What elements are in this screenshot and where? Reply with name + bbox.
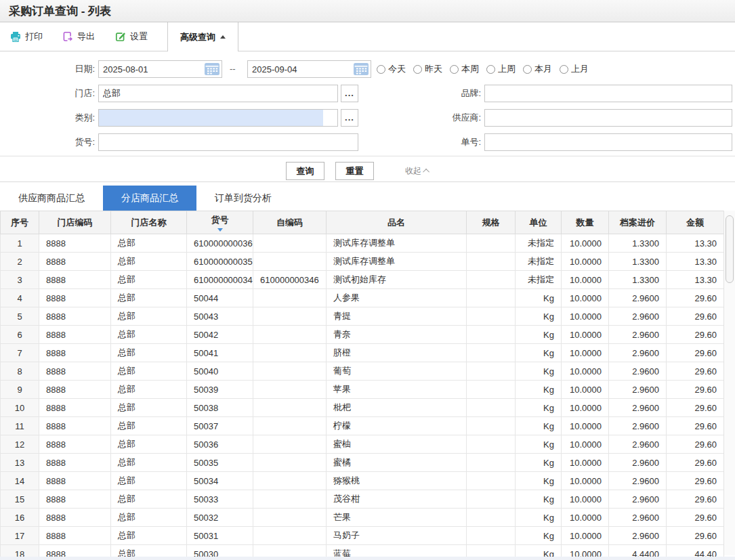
table-row[interactable]: 118888总部50037柠檬Kg10.00002.960029.60 (1, 417, 724, 435)
table-cell: 总部 (111, 454, 187, 472)
col-header-product-name[interactable]: 品名 (327, 211, 467, 234)
vertical-scrollbar[interactable] (723, 211, 735, 555)
table-row[interactable]: 108888总部50038枇杷Kg10.00002.960029.60 (1, 399, 724, 417)
date-to-input[interactable] (247, 60, 371, 78)
radio-this-month[interactable]: 本月 (523, 63, 552, 75)
table-row[interactable]: 128888总部50036蜜柚Kg10.00002.960029.60 (1, 435, 724, 454)
category-input[interactable] (98, 109, 338, 127)
calendar-icon[interactable] (354, 63, 369, 75)
table-row[interactable]: 38888总部6100000000346610000000346测试初始库存未指… (1, 271, 724, 289)
table-cell: 2.9600 (609, 289, 667, 307)
radio-icon (450, 65, 459, 74)
table-cell: 13.30 (667, 271, 724, 289)
col-header-qty[interactable]: 数量 (562, 211, 609, 234)
table-cell: 未指定 (516, 271, 562, 289)
table-cell: 8888 (39, 234, 111, 253)
col-header-store-name[interactable]: 门店名称 (111, 211, 187, 234)
table-cell: Kg (516, 399, 562, 417)
settings-button[interactable]: 设置 (105, 22, 158, 51)
store-label: 门店: (30, 85, 95, 102)
table-cell: 苹果 (327, 381, 467, 399)
radio-icon (377, 65, 385, 74)
table-row[interactable]: 148888总部50034猕猴桃Kg10.00002.960029.60 (1, 472, 724, 490)
calendar-icon[interactable] (205, 63, 219, 75)
radio-label: 本月 (534, 63, 552, 75)
table-cell: 2.9600 (609, 362, 667, 381)
radio-icon (523, 65, 532, 74)
table-row[interactable]: 178888总部50031马奶子Kg10.00002.960029.60 (1, 527, 724, 545)
table-row[interactable]: 28888总部6100000000353测试库存调整单未指定10.00001.3… (1, 253, 724, 271)
table-cell (253, 289, 327, 307)
horizontal-scrollbar[interactable] (0, 557, 735, 560)
radio-yesterday[interactable]: 昨天 (413, 63, 442, 75)
table-cell: 总部 (111, 381, 187, 399)
table-row[interactable]: 58888总部50043青提Kg10.00002.960029.60 (1, 307, 724, 326)
col-header-file-price[interactable]: 档案进价 (609, 211, 667, 234)
table-row[interactable]: 78888总部50041脐橙Kg10.00002.960029.60 (1, 344, 724, 362)
tab-supplier-summary[interactable]: 供应商商品汇总 (0, 186, 103, 211)
export-button[interactable]: 导出 (53, 22, 105, 51)
table-cell: Kg (516, 472, 562, 490)
category-picker-button[interactable]: ... (341, 109, 358, 127)
table-cell: 脐橙 (327, 344, 467, 362)
table-cell: 29.60 (667, 527, 724, 545)
table-cell: 测试库存调整单 (327, 234, 467, 253)
radio-this-week[interactable]: 本周 (450, 63, 479, 75)
order-no-input[interactable] (484, 133, 732, 151)
col-header-item-no[interactable]: 货号 (187, 211, 253, 234)
tab-branch-summary[interactable]: 分店商品汇总 (103, 186, 196, 211)
table-row[interactable]: 68888总部50042青奈Kg10.00002.960029.60 (1, 326, 724, 344)
tab-order-arrival[interactable]: 订单到货分析 (196, 186, 290, 211)
supplier-input[interactable] (484, 109, 732, 127)
table-cell: 测试库存调整单 (327, 253, 467, 271)
table-row[interactable]: 168888总部50032芒果Kg10.00002.960029.60 (1, 509, 724, 527)
brand-input[interactable] (484, 85, 732, 102)
radio-label: 上周 (498, 63, 516, 75)
scrollbar-thumb[interactable] (726, 215, 734, 283)
table-cell: 马奶子 (327, 527, 467, 545)
print-button[interactable]: 打印 (0, 22, 53, 51)
table-cell: 未指定 (516, 253, 562, 271)
table-row[interactable]: 88888总部50040葡萄Kg10.00002.960029.60 (1, 362, 724, 381)
table-cell: 1.3300 (609, 234, 667, 253)
table-cell (467, 253, 516, 271)
collapse-link[interactable]: 收起 (405, 165, 429, 177)
item-no-input[interactable] (98, 133, 358, 151)
table-row[interactable]: 48888总部50044人参果Kg10.00002.960029.60 (1, 289, 724, 307)
table-cell: 2 (1, 253, 39, 271)
table-cell (253, 253, 327, 271)
query-button[interactable]: 查询 (286, 162, 324, 180)
date-from-input[interactable] (98, 60, 222, 78)
col-header-self-code[interactable]: 自编码 (253, 211, 327, 234)
store-input[interactable] (98, 85, 338, 102)
col-header-spec[interactable]: 规格 (467, 211, 516, 234)
table-cell: 2.9600 (609, 344, 667, 362)
table-cell (253, 307, 327, 326)
table-row[interactable]: 98888总部50039苹果Kg10.00002.960029.60 (1, 381, 724, 399)
store-picker-button[interactable]: ... (341, 85, 358, 102)
print-label: 打印 (25, 30, 43, 43)
table-row[interactable]: 158888总部50033茂谷柑Kg10.00002.960029.60 (1, 490, 724, 509)
table-cell: 17 (1, 527, 39, 545)
radio-last-month[interactable]: 上月 (560, 63, 589, 75)
caret-up-icon (220, 35, 226, 39)
export-icon (63, 31, 73, 42)
table-row[interactable]: 18888总部6100000000360测试库存调整单未指定10.00001.3… (1, 234, 724, 253)
table-cell: 29.60 (667, 472, 724, 490)
table-cell: 6 (1, 326, 39, 344)
radio-last-week[interactable]: 上周 (486, 63, 516, 75)
date-to-wrap (247, 60, 371, 78)
col-header-store-code[interactable]: 门店编码 (39, 211, 111, 234)
radio-today[interactable]: 今天 (377, 63, 406, 75)
col-header-unit[interactable]: 单位 (516, 211, 562, 234)
table-cell: 12 (1, 435, 39, 454)
reset-button[interactable]: 重置 (335, 162, 374, 180)
collapse-label: 收起 (405, 165, 421, 177)
table-cell: 2.9600 (609, 509, 667, 527)
advanced-query-button[interactable]: 高级查询 (167, 22, 238, 51)
table-row[interactable]: 138888总部50035蜜橘Kg10.00002.960029.60 (1, 454, 724, 472)
col-header-index[interactable]: 序号 (1, 211, 39, 234)
col-header-amount[interactable]: 金额 (667, 211, 724, 234)
table-cell: 13.30 (667, 253, 724, 271)
table-cell: 29.60 (667, 454, 724, 472)
